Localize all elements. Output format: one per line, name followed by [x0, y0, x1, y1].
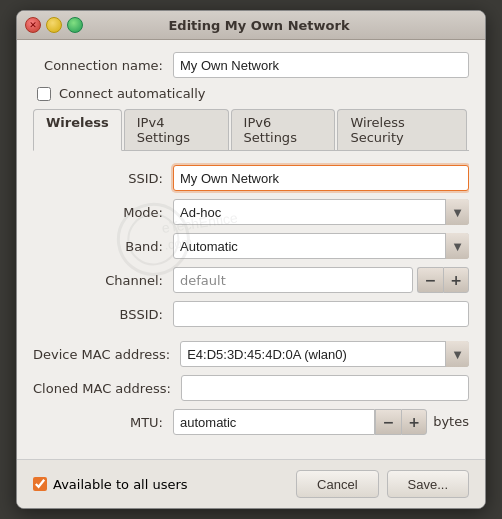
ssid-label: SSID: — [33, 171, 173, 186]
connection-name-input[interactable] — [173, 52, 469, 78]
cancel-button[interactable]: Cancel — [296, 470, 378, 498]
content-area: Connection name: Connect automatically W… — [17, 40, 485, 459]
mtu-spinners: − + — [375, 409, 427, 435]
bssid-row: BSSID: — [33, 301, 469, 327]
tab-content: eTechEntice .com SSID: Mode: Ad-hoc Infr… — [33, 161, 469, 447]
connect-auto-label: Connect automatically — [59, 86, 206, 101]
tab-ipv4[interactable]: IPv4 Settings — [124, 109, 229, 150]
connect-auto-checkbox[interactable] — [37, 87, 51, 101]
mode-select-wrapper: Ad-hoc Infrastructure ▼ — [173, 199, 469, 225]
mtu-label: MTU: — [33, 415, 173, 430]
connection-name-label: Connection name: — [33, 58, 173, 73]
mtu-input[interactable] — [173, 409, 375, 435]
mtu-plus-button[interactable]: + — [401, 409, 427, 435]
titlebar: ✕ Editing My Own Network — [17, 11, 485, 40]
available-users-checkbox[interactable] — [33, 477, 47, 491]
band-label: Band: — [33, 239, 173, 254]
tab-wireless[interactable]: Wireless — [33, 109, 122, 151]
tabs-bar: Wireless IPv4 Settings IPv6 Settings Wir… — [33, 109, 469, 151]
band-select[interactable]: Automatic 2.4 GHz 5 GHz — [173, 233, 469, 259]
device-mac-select-wrapper: E4:D5:3D:45:4D:0A (wlan0) ▼ — [180, 341, 469, 367]
device-mac-row: Device MAC address: E4:D5:3D:45:4D:0A (w… — [33, 341, 469, 367]
channel-plus-button[interactable]: + — [443, 267, 469, 293]
mtu-row: MTU: − + bytes — [33, 409, 469, 435]
footer-left: Available to all users — [33, 477, 296, 492]
main-window: ✕ Editing My Own Network Connection name… — [16, 10, 486, 509]
connection-name-row: Connection name: — [33, 52, 469, 78]
mode-select[interactable]: Ad-hoc Infrastructure — [173, 199, 469, 225]
available-users-label: Available to all users — [53, 477, 188, 492]
channel-spinners: − + — [417, 267, 469, 293]
channel-value: default — [173, 267, 413, 293]
cloned-mac-label: Cloned MAC address: — [33, 381, 181, 396]
window-title: Editing My Own Network — [91, 18, 427, 33]
ssid-row: SSID: — [33, 165, 469, 191]
band-select-wrapper: Automatic 2.4 GHz 5 GHz ▼ — [173, 233, 469, 259]
mtu-suffix: bytes — [433, 409, 469, 435]
close-button[interactable]: ✕ — [25, 17, 41, 33]
mode-label: Mode: — [33, 205, 173, 220]
channel-row: Channel: default − + — [33, 267, 469, 293]
maximize-button[interactable] — [67, 17, 83, 33]
band-row: Band: Automatic 2.4 GHz 5 GHz ▼ — [33, 233, 469, 259]
tab-wireless-security[interactable]: Wireless Security — [337, 109, 467, 150]
cloned-mac-input[interactable] — [181, 375, 469, 401]
mode-row: Mode: Ad-hoc Infrastructure ▼ — [33, 199, 469, 225]
connect-auto-row: Connect automatically — [37, 86, 469, 101]
minimize-button[interactable] — [46, 17, 62, 33]
footer-buttons: Cancel Save... — [296, 470, 469, 498]
footer: Available to all users Cancel Save... — [17, 459, 485, 508]
device-mac-label: Device MAC address: — [33, 347, 180, 362]
channel-minus-button[interactable]: − — [417, 267, 443, 293]
bssid-label: BSSID: — [33, 307, 173, 322]
save-button[interactable]: Save... — [387, 470, 469, 498]
device-mac-select[interactable]: E4:D5:3D:45:4D:0A (wlan0) — [180, 341, 469, 367]
window-controls: ✕ — [25, 17, 83, 33]
channel-label: Channel: — [33, 273, 173, 288]
cloned-mac-row: Cloned MAC address: — [33, 375, 469, 401]
tab-ipv6[interactable]: IPv6 Settings — [231, 109, 336, 150]
bssid-input[interactable] — [173, 301, 469, 327]
mtu-minus-button[interactable]: − — [375, 409, 401, 435]
ssid-input[interactable] — [173, 165, 469, 191]
